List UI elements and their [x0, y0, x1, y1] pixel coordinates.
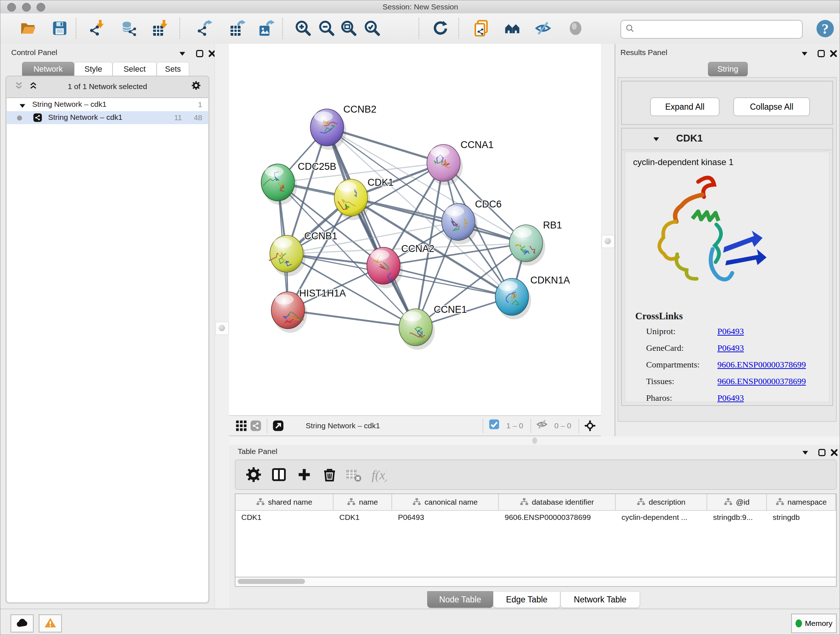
import-network-button[interactable] — [87, 19, 107, 38]
crosslink-link[interactable]: 9606.ENSP00000378699 — [717, 360, 806, 370]
tab-network-table[interactable]: Network Table — [561, 591, 640, 608]
control-panel-maximize-button[interactable] — [195, 49, 204, 58]
badge-share-icon — [33, 116, 42, 124]
crosslink-link[interactable]: P06493 — [717, 343, 744, 353]
left-splitter[interactable] — [215, 44, 229, 608]
save-button[interactable] — [50, 19, 69, 38]
duplicate-network-button[interactable] — [471, 19, 491, 38]
network-view[interactable]: CCNB2CCNA1CDC25BCDK1CDC6RB1CCNB1CCNA2CDK… — [229, 44, 601, 416]
zoom-selected-button[interactable] — [363, 19, 382, 38]
network-collection-row[interactable]: String Network – cdk1 1 — [7, 98, 208, 111]
export-table-button[interactable] — [228, 19, 248, 38]
horizontal-splitter[interactable] — [229, 436, 840, 445]
tab-select[interactable]: Select — [112, 62, 156, 76]
tab-style[interactable]: Style — [74, 62, 112, 76]
columns-button[interactable] — [270, 466, 287, 483]
network-node-CDC6[interactable] — [442, 203, 477, 244]
zoom-fit-button[interactable] — [339, 19, 358, 38]
column-header-namespace[interactable]: namespace — [767, 494, 836, 510]
column-header-description[interactable]: description — [616, 494, 707, 510]
zoom-in-button[interactable] — [294, 19, 313, 38]
add-icon — [296, 478, 312, 484]
network-overview-button[interactable] — [248, 418, 263, 433]
network-node-CCNA1[interactable] — [427, 144, 463, 185]
refresh-button[interactable] — [431, 19, 450, 38]
warnings-button[interactable] — [39, 614, 62, 632]
table-panel-maximize-button[interactable] — [817, 448, 827, 457]
network-node-RB1[interactable] — [509, 225, 545, 266]
collapse-all-button[interactable]: Collapse All — [733, 97, 810, 116]
table-panel-close-button[interactable] — [829, 448, 839, 457]
network-edge-HIST1H1A-CCNE1[interactable] — [288, 310, 416, 327]
horizontal-splitter-handle[interactable] — [532, 437, 537, 444]
hidden-eye-icon[interactable] — [535, 417, 552, 434]
network-node-CDC25B[interactable] — [261, 164, 297, 205]
import-table-button[interactable] — [151, 19, 171, 38]
network-node-CDKN1A[interactable] — [495, 279, 531, 319]
delete-table-button — [345, 466, 362, 483]
add-button[interactable] — [295, 466, 313, 483]
column-header--id[interactable]: @id — [707, 494, 767, 510]
table-hscrollbar[interactable] — [235, 578, 837, 587]
trash-button[interactable] — [321, 466, 338, 483]
export-network-button[interactable] — [195, 19, 215, 38]
node-section-header[interactable]: CDK1 — [622, 128, 832, 150]
section-expander-icon[interactable] — [652, 134, 661, 144]
control-panel-float-button[interactable] — [178, 49, 187, 58]
crosslink-label: GeneCard: — [646, 343, 684, 353]
import-database-button[interactable] — [119, 19, 139, 38]
column-header-canonical-name[interactable]: canonical name — [392, 494, 499, 510]
network-node-CDK1[interactable] — [334, 179, 370, 220]
results-panel-float-button[interactable] — [800, 49, 809, 58]
birdseye-toggle-button[interactable] — [583, 418, 597, 433]
zoom-out-button[interactable] — [317, 19, 336, 38]
network-node-CCNE1[interactable] — [399, 309, 435, 350]
crosslink-link[interactable]: 9606.ENSP00000378699 — [717, 377, 806, 386]
column-header-database-identifier[interactable]: database identifier — [499, 494, 616, 510]
save-icon — [51, 20, 68, 36]
expand-all-button[interactable]: Expand All — [650, 97, 720, 116]
show-hidden-button[interactable] — [566, 19, 585, 38]
search-input[interactable] — [638, 22, 802, 37]
column-header-shared-name[interactable]: shared name — [235, 494, 333, 510]
export-image-button[interactable] — [257, 19, 277, 38]
memory-button[interactable]: Memory — [791, 614, 837, 633]
selected-checkbox-icon[interactable] — [487, 417, 504, 434]
tab-string[interactable]: String — [708, 62, 748, 76]
cloud-status-button[interactable] — [11, 614, 34, 632]
left-splitter-handle[interactable] — [216, 322, 229, 335]
fx-button: f(x) — [370, 466, 387, 483]
help-button[interactable]: ? — [816, 19, 835, 38]
collection-expander-icon[interactable] — [18, 101, 26, 109]
results-panel-maximize-button[interactable] — [816, 49, 826, 58]
hide-selected-button[interactable] — [533, 19, 553, 38]
crosslink-link[interactable]: P06493 — [717, 393, 744, 403]
network-row[interactable]: String Network – cdk1 11 48 — [7, 111, 208, 124]
grid-view-button[interactable] — [234, 418, 248, 433]
table-panel-float-button[interactable] — [801, 448, 810, 457]
tab-node-table[interactable]: Node Table — [427, 591, 493, 608]
right-splitter-handle[interactable] — [602, 235, 615, 248]
crosslink-link[interactable]: P06493 — [717, 326, 744, 336]
gear-button[interactable] — [245, 466, 262, 483]
results-panel-close-button[interactable] — [829, 49, 838, 58]
tab-network[interactable]: Network — [22, 62, 74, 76]
table-hscrollbar-thumb[interactable] — [238, 579, 305, 584]
tab-sets[interactable]: Sets — [156, 62, 189, 76]
right-splitter[interactable] — [601, 44, 615, 436]
toolbar-search — [621, 20, 803, 39]
first-neighbors-button[interactable] — [502, 19, 522, 38]
network-node-CCNB2[interactable] — [310, 109, 346, 150]
table-cell: stringdb — [767, 511, 836, 524]
detach-view-button[interactable] — [271, 418, 286, 433]
network-canvas-svg: CCNB2CCNA1CDC25BCDK1CDC6RB1CCNB1CCNA2CDK… — [229, 49, 601, 415]
network-list-options-button[interactable] — [191, 81, 201, 90]
maximize-icon — [816, 54, 826, 59]
selected-count: 1 – 0 — [507, 421, 523, 430]
open-folder-button[interactable] — [18, 19, 38, 38]
node-label-CCNA2: CCNA2 — [401, 243, 434, 254]
column-header-name[interactable]: name — [333, 494, 392, 510]
table-row[interactable]: CDK1CDK1P064939606.ENSP00000378699cyclin… — [235, 511, 836, 524]
main-toolbar: ? — [0, 13, 840, 44]
tab-edge-table[interactable]: Edge Table — [493, 591, 561, 608]
